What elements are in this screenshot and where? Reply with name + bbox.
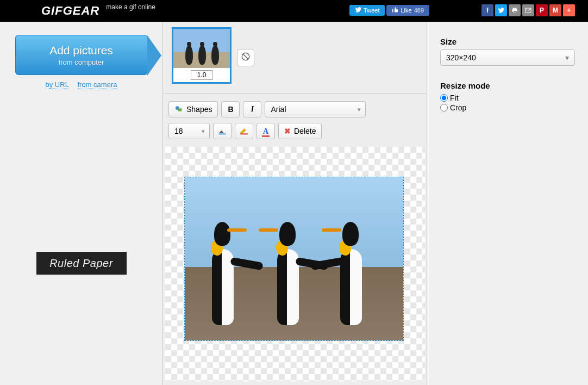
frame-image [173, 29, 230, 68]
settings-panel: Size 320×240 Resize mode Fit Crop [427, 22, 588, 385]
font-size-select[interactable]: 18 [168, 123, 210, 139]
size-select[interactable]: 320×240 [440, 49, 575, 66]
twitter-share-icon[interactable] [495, 4, 507, 16]
shapes-label: Shapes [186, 105, 212, 114]
font-color-button[interactable]: A [257, 123, 275, 139]
add-pictures-subtitle: from computer [59, 58, 104, 66]
like-count: 489 [414, 7, 424, 14]
add-pictures-title: Add pictures [49, 44, 113, 57]
ad-banner-label: Ruled Paper [49, 257, 113, 270]
italic-button[interactable]: I [243, 101, 261, 117]
font-family-value: Arial [271, 105, 286, 114]
font-family-select[interactable]: Arial [265, 101, 366, 117]
bold-button[interactable]: B [221, 101, 240, 117]
resize-fit-radio[interactable] [440, 94, 448, 102]
facebook-share-icon[interactable]: f [481, 4, 493, 16]
no-entry-icon [241, 52, 251, 63]
font-color-icon: A [262, 127, 270, 136]
logo-text-suffix: GEAR [63, 4, 100, 17]
highlight-color-button[interactable] [213, 123, 232, 139]
delete-button[interactable]: ✖ Delete [278, 123, 322, 139]
app-logo[interactable]: GIFGEAR [41, 4, 99, 18]
text-color-button[interactable] [235, 123, 253, 139]
canvas-area [163, 142, 427, 385]
add-alt-links: by URL from camera [42, 80, 121, 89]
tweet-button[interactable]: Tweet [349, 5, 385, 16]
editor-panel: Shapes B I Arial 18 [163, 22, 427, 385]
font-size-value: 18 [174, 127, 183, 135]
add-from-camera-link[interactable]: from camera [78, 80, 117, 89]
pencil-icon [239, 126, 249, 137]
pinterest-icon[interactable]: P [536, 4, 548, 16]
resize-crop-option[interactable]: Crop [440, 103, 575, 112]
resize-fit-option[interactable]: Fit [440, 94, 575, 102]
print-icon[interactable] [509, 4, 521, 16]
clear-frame-button[interactable] [237, 49, 254, 66]
ad-banner[interactable]: Ruled Paper [36, 252, 127, 275]
highlight-icon [217, 126, 227, 137]
editor-toolbar: Shapes B I Arial 18 [163, 94, 427, 142]
social-bar: Tweet Like 489 f P M + [349, 4, 575, 16]
canvas[interactable] [165, 147, 425, 381]
more-share-icon[interactable]: + [563, 4, 575, 16]
add-by-url-link[interactable]: by URL [46, 80, 69, 89]
resize-fit-label: Fit [450, 94, 459, 102]
size-label: Size [440, 37, 575, 46]
email-icon[interactable] [522, 4, 534, 16]
left-panel: Add pictures from computer by URL from c… [0, 22, 163, 385]
main-area: Add pictures from computer by URL from c… [0, 22, 588, 385]
like-label: Like [401, 7, 411, 14]
thumbs-up-icon [392, 7, 398, 14]
fb-like-button[interactable]: Like 489 [386, 5, 429, 16]
delete-label: Delete [294, 127, 316, 135]
size-value: 320×240 [446, 53, 476, 62]
add-pictures-button[interactable]: Add pictures from computer [15, 35, 148, 75]
twitter-icon [355, 7, 361, 14]
frame-thumbnail[interactable] [172, 27, 232, 84]
resize-crop-label: Crop [450, 103, 466, 112]
delete-x-icon: ✖ [284, 127, 291, 135]
svg-rect-5 [240, 133, 248, 134]
app-header: GIFGEAR make a gif online Tweet Like 489… [0, 0, 588, 22]
svg-rect-3 [178, 108, 182, 111]
frame-duration-input[interactable] [191, 70, 212, 80]
shapes-button[interactable]: Shapes [168, 101, 218, 117]
svg-rect-4 [218, 133, 226, 134]
canvas-image[interactable] [185, 177, 403, 340]
frames-strip [163, 22, 427, 94]
tweet-label: Tweet [364, 7, 379, 14]
gmail-icon[interactable]: M [549, 4, 561, 16]
logo-text-prefix: GIF [41, 4, 63, 17]
resize-crop-radio[interactable] [440, 104, 448, 111]
italic-icon: I [251, 105, 254, 114]
tagline: make a gif online [106, 3, 155, 11]
svg-line-1 [243, 54, 248, 59]
resize-mode-label: Resize mode [440, 81, 575, 90]
shapes-icon [174, 104, 183, 115]
bold-icon: B [228, 105, 233, 114]
